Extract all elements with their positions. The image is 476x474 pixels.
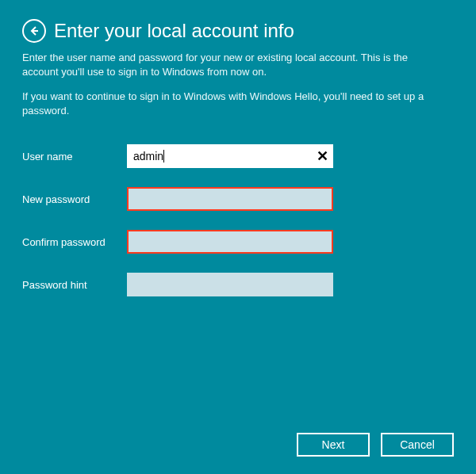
description-1: Enter the user name and password for you… — [22, 51, 435, 78]
next-button[interactable]: Next — [297, 433, 370, 457]
new-password-input[interactable] — [127, 187, 333, 211]
cancel-button[interactable]: Cancel — [381, 433, 454, 457]
username-value: admin — [133, 150, 163, 162]
arrow-left-icon — [29, 25, 40, 36]
local-account-form: User name admin ✕ New password Confirm p… — [22, 144, 454, 296]
username-input[interactable]: admin — [127, 144, 333, 168]
password-hint-label: Password hint — [22, 279, 127, 291]
confirm-password-label: Confirm password — [22, 236, 127, 248]
username-field-wrap: admin ✕ — [127, 144, 333, 168]
password-hint-input[interactable] — [127, 273, 333, 296]
description-2: If you want to continue to sign in to Wi… — [22, 90, 435, 117]
confirm-password-input[interactable] — [127, 230, 333, 254]
back-button[interactable] — [22, 19, 46, 43]
new-password-label: New password — [22, 193, 127, 205]
clear-username-button[interactable]: ✕ — [317, 149, 328, 163]
footer-buttons: Next Cancel — [297, 433, 454, 457]
text-caret — [163, 150, 164, 162]
page-title: Enter your local account info — [54, 21, 294, 41]
username-label: User name — [22, 151, 127, 162]
